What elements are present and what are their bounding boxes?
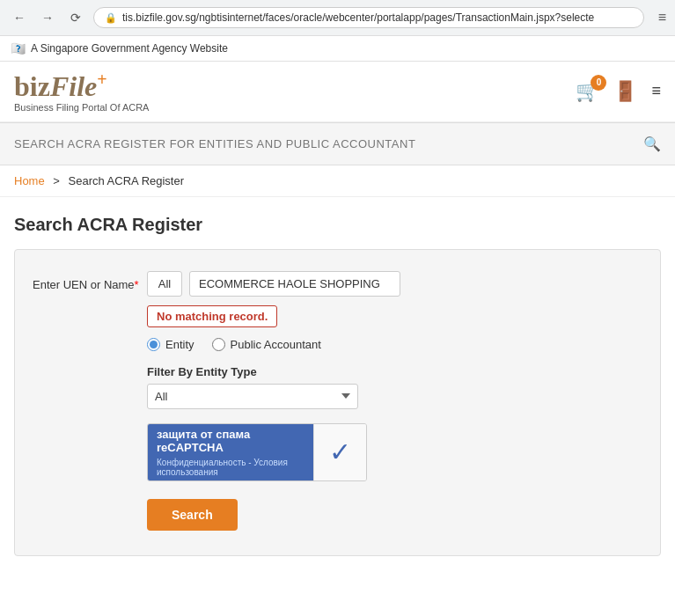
- recaptcha-subtitle: Конфиденциальность - Условия использован…: [157, 458, 304, 477]
- radio-public-label: Public Accountant: [231, 338, 321, 351]
- header-icons: 🛒 0 🚪 ≡: [576, 80, 661, 103]
- required-marker: *: [135, 278, 139, 291]
- input-row: All: [147, 271, 400, 297]
- filter-row: Filter By Entity Type All Business Compa…: [147, 365, 642, 409]
- logo[interactable]: bizFile+: [14, 70, 149, 100]
- gov-banner: 🇰🇸 A Singapore Government Agency Website: [0, 36, 675, 62]
- breadcrumb-home[interactable]: Home: [14, 174, 45, 187]
- error-message: No matching record.: [147, 305, 277, 327]
- radio-public-option[interactable]: Public Accountant: [212, 338, 321, 351]
- input-prefix: All: [147, 271, 182, 297]
- address-text: tis.bizfile.gov.sg/ngbtisinternet/faces/…: [122, 11, 633, 24]
- address-bar[interactable]: 🔒 tis.bizfile.gov.sg/ngbtisinternet/face…: [93, 7, 644, 28]
- uen-input-row: Enter UEN or Name* All No matching recor…: [33, 271, 642, 327]
- uen-input-group: All No matching record.: [147, 271, 400, 327]
- back-button[interactable]: ←: [9, 7, 30, 28]
- search-btn-row: Search: [147, 499, 642, 531]
- site-header: bizFile+ Business Filing Portal Of ACRA …: [0, 62, 675, 122]
- gov-banner-text: A Singapore Government Agency Website: [31, 42, 228, 55]
- radio-public-input[interactable]: [212, 338, 225, 351]
- recaptcha-wrapper: защита от спама reCAPTCHA Конфиденциальн…: [147, 423, 642, 481]
- logo-biz: biz: [14, 70, 50, 102]
- uen-label: Enter UEN or Name*: [33, 271, 147, 291]
- page-title: Search ACRA Register: [14, 215, 661, 235]
- gov-lion-icon: 🇰🇸: [11, 41, 26, 55]
- cart-badge: 0: [591, 75, 606, 91]
- breadcrumb-separator: >: [53, 174, 60, 187]
- logo-subtitle: Business Filing Portal Of ACRA: [14, 102, 149, 113]
- hamburger-menu-icon[interactable]: ≡: [651, 82, 661, 100]
- logo-area: bizFile+ Business Filing Portal Of ACRA: [14, 70, 149, 113]
- recaptcha-check-icon: ✓: [329, 436, 351, 467]
- search-button[interactable]: Search: [147, 499, 238, 531]
- refresh-button[interactable]: ⟳: [65, 7, 86, 28]
- recaptcha-box[interactable]: защита от спама reCAPTCHA Конфиденциальн…: [147, 423, 367, 481]
- menu-icon[interactable]: ≡: [658, 10, 666, 26]
- filter-entity-select[interactable]: All Business Company Limited Liability P…: [147, 384, 358, 409]
- logo-plus: +: [97, 70, 106, 89]
- search-banner: 🔍: [0, 122, 675, 165]
- login-icon[interactable]: 🚪: [613, 80, 637, 103]
- search-form-card: Enter UEN or Name* All No matching recor…: [14, 249, 661, 556]
- browser-toolbar: ← → ⟳ 🔒 tis.bizfile.gov.sg/ngbtisinterne…: [0, 0, 675, 35]
- radio-row: Entity Public Accountant: [147, 338, 642, 351]
- recaptcha-left: защита от спама reCAPTCHA Конфиденциальн…: [148, 424, 313, 480]
- recaptcha-title: защита от спама reCAPTCHA: [157, 428, 304, 454]
- banner-search-icon[interactable]: 🔍: [643, 136, 661, 152]
- banner-search-input[interactable]: [14, 137, 635, 150]
- page-content: Search ACRA Register Enter UEN or Name* …: [0, 197, 675, 574]
- filter-label: Filter By Entity Type: [147, 365, 642, 378]
- breadcrumb-current: Search ACRA Register: [69, 174, 185, 187]
- cart-button[interactable]: 🛒 0: [576, 80, 599, 103]
- radio-entity-label: Entity: [165, 338, 194, 351]
- lock-icon: 🔒: [105, 12, 117, 24]
- forward-button[interactable]: →: [37, 7, 58, 28]
- breadcrumb: Home > Search ACRA Register: [0, 165, 675, 197]
- browser-chrome: ← → ⟳ 🔒 tis.bizfile.gov.sg/ngbtisinterne…: [0, 0, 675, 36]
- radio-entity-input[interactable]: [147, 338, 160, 351]
- uen-name-input[interactable]: [189, 271, 400, 297]
- recaptcha-right: ✓: [313, 424, 366, 480]
- radio-entity-option[interactable]: Entity: [147, 338, 194, 351]
- logo-file: File: [50, 70, 97, 102]
